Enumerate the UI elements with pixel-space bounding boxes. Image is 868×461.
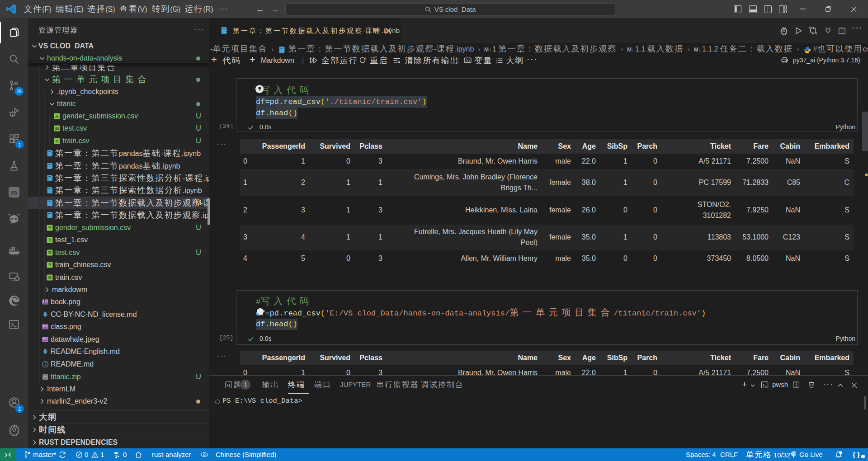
svg-text:m: m [11,188,17,196]
svg-text:(x): (x) [466,58,470,62]
